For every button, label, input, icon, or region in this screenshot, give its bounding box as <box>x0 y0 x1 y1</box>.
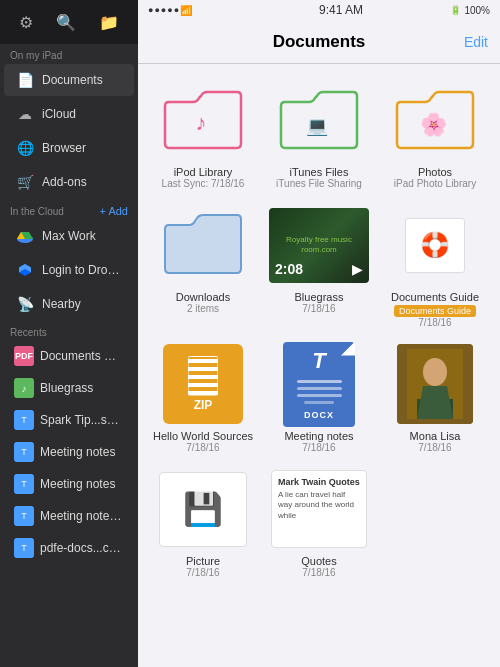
sidebar-label-meeting3: Meeting notes - iPhone <box>40 509 124 523</box>
battery-percent: 100% <box>464 5 490 16</box>
grid-item-photos[interactable]: 🌸 Photos iPad Photo Library <box>382 80 488 189</box>
sidebar-label-sparktip: Spark Tip...services-HD <box>40 413 124 427</box>
bluegrass-label: Bluegrass <box>295 291 344 303</box>
helloworld-sublabel: 7/18/16 <box>186 442 219 453</box>
itunes-thumb: 💻 <box>269 80 369 160</box>
grid-item-downloads[interactable]: Downloads 2 items <box>150 205 256 328</box>
ipod-sublabel: Last Sync: 7/18/16 <box>162 178 245 189</box>
sidebar-label-addons: Add-ons <box>42 175 87 189</box>
downloads-label: Downloads <box>176 291 230 303</box>
section-label-ipad: On my iPad <box>0 44 138 63</box>
sidebar-label-bluegrass: Bluegrass <box>40 381 93 395</box>
svg-text:🌸: 🌸 <box>420 111 448 138</box>
section-cloud-row: In the Cloud + Add <box>0 199 138 219</box>
sidebar-label-browser: Browser <box>42 141 86 155</box>
sidebar-top-bar: ⚙ 🔍 📁 <box>0 0 138 44</box>
itunes-label: iTunes Files <box>290 166 349 178</box>
quotes-title-text: Mark Twain Quotes <box>278 477 360 487</box>
meetingnotes-label: Meeting notes <box>284 430 353 442</box>
music-icon: ♪ <box>14 378 34 398</box>
time-display: 9:41 AM <box>319 3 363 17</box>
photos-sublabel: iPad Photo Library <box>394 178 476 189</box>
harddisk-icon: 💾 <box>183 490 223 528</box>
sidebar-item-meeting1[interactable]: T Meeting notes <box>4 437 134 467</box>
sidebar-item-nearby[interactable]: 📡 Nearby <box>4 288 134 320</box>
sidebar-item-meeting3[interactable]: T Meeting notes - iPhone <box>4 501 134 531</box>
add-cloud-button[interactable]: + Add <box>100 205 128 217</box>
nav-title: Documents <box>273 32 366 52</box>
sidebar-label-documents: Documents <box>42 73 103 87</box>
sidebar-item-dropbox[interactable]: Login to Dropbox <box>4 254 134 286</box>
grid-item-bluegrass[interactable]: Royalty free music room.com 2:08 ▶ Blueg… <box>266 205 372 328</box>
doc-icon-m1: T <box>14 442 34 462</box>
photos-thumb: 🌸 <box>385 80 485 160</box>
sidebar-label-maxwork: Max Work <box>42 229 96 243</box>
itunes-sublabel: iTunes File Sharing <box>276 178 362 189</box>
search-icon[interactable]: 🔍 <box>56 13 76 32</box>
sidebar-item-meeting2[interactable]: T Meeting notes <box>4 469 134 499</box>
sidebar-item-addons[interactable]: 🛒 Add-ons <box>4 166 134 198</box>
sidebar-item-browser[interactable]: 🌐 Browser <box>4 132 134 164</box>
edit-button[interactable]: Edit <box>464 34 488 50</box>
monalisa-sublabel: 7/18/16 <box>418 442 451 453</box>
signal-dots: ●●●●● <box>148 5 180 15</box>
sidebar-item-sparktip[interactable]: T Spark Tip...services-HD <box>4 405 134 435</box>
gear-icon[interactable]: ⚙ <box>19 13 33 32</box>
sidebar-label-dropbox: Login to Dropbox <box>42 263 124 277</box>
sidebar-item-documents[interactable]: 📄 Documents <box>4 64 134 96</box>
nav-bar: Documents Edit <box>138 20 500 64</box>
sidebar: ⚙ 🔍 📁 On my iPad 📄 Documents ☁ iCloud 🌐 … <box>0 0 138 667</box>
monalisa-label: Mona Lisa <box>410 430 461 442</box>
grid-item-docguide[interactable]: 🛟 Documents Guide Documents Guide 7/18/1… <box>382 205 488 328</box>
sidebar-item-docguide[interactable]: PDF Documents Guide <box>4 341 134 371</box>
grid-item-helloworld[interactable]: ZIP Hello World Sources 7/18/16 <box>150 344 256 453</box>
doc-icon-m2: T <box>14 474 34 494</box>
downloads-sublabel: 2 items <box>187 303 219 314</box>
folder-icon[interactable]: 📁 <box>99 13 119 32</box>
sidebar-item-pdfe[interactable]: T pdfe-docs...ck - iPhone <box>4 533 134 563</box>
grid-item-quotes[interactable]: Mark Twain Quotes A lie can travel half … <box>266 469 372 578</box>
sidebar-label-pdfe: pdfe-docs...ck - iPhone <box>40 541 124 555</box>
items-grid: ♪ iPod Library Last Sync: 7/18/16 💻 iTun… <box>150 80 488 578</box>
dropbox-icon <box>14 259 36 281</box>
quotes-thumb: Mark Twain Quotes A lie can travel half … <box>269 469 369 549</box>
meetingnotes-thumb: T DOCX <box>269 344 369 424</box>
drive-icon <box>14 225 36 247</box>
quotes-sublabel: 7/18/16 <box>302 567 335 578</box>
svg-text:💻: 💻 <box>306 115 329 137</box>
grid-item-ipod[interactable]: ♪ iPod Library Last Sync: 7/18/16 <box>150 80 256 189</box>
grid-container: ♪ iPod Library Last Sync: 7/18/16 💻 iTun… <box>138 64 500 667</box>
sidebar-label-meeting2: Meeting notes <box>40 477 115 491</box>
icloud-icon: ☁ <box>14 103 36 125</box>
lifesaver-icon: 🛟 <box>420 231 450 259</box>
status-bar: ●●●●● 📶 9:41 AM 🔋 100% <box>138 0 500 20</box>
doc-icon-spark: T <box>14 410 34 430</box>
picture-thumb: 💾 <box>153 469 253 549</box>
documents-icon: 📄 <box>14 69 36 91</box>
grid-item-meetingnotes[interactable]: T DOCX Meeting notes 7/18/16 <box>266 344 372 453</box>
grid-item-picture[interactable]: 💾 Picture 7/18/16 <box>150 469 256 578</box>
meetingnotes-sublabel: 7/18/16 <box>302 442 335 453</box>
sidebar-item-icloud[interactable]: ☁ iCloud <box>4 98 134 130</box>
grid-item-itunes[interactable]: 💻 iTunes Files iTunes File Sharing <box>266 80 372 189</box>
sidebar-item-bluegrass[interactable]: ♪ Bluegrass <box>4 373 134 403</box>
picture-sublabel: 7/18/16 <box>186 567 219 578</box>
docguide-label: Documents Guide <box>391 291 479 303</box>
quotes-label: Quotes <box>301 555 336 567</box>
section-label-recents: Recents <box>0 321 138 340</box>
sidebar-item-maxwork[interactable]: Max Work <box>4 220 134 252</box>
sidebar-label-docguide: Documents Guide <box>40 349 124 363</box>
ipod-label: iPod Library <box>174 166 233 178</box>
sidebar-label-meeting1: Meeting notes <box>40 445 115 459</box>
picture-label: Picture <box>186 555 220 567</box>
sidebar-label-nearby: Nearby <box>42 297 81 311</box>
helloworld-thumb: ZIP <box>153 344 253 424</box>
docguide-thumb: 🛟 <box>385 205 485 285</box>
quotes-body-text: A lie can travel half way around the wor… <box>278 490 360 521</box>
bluegrass-sublabel: 7/18/16 <box>302 303 335 314</box>
doc-icon-pdfe: T <box>14 538 34 558</box>
ipod-thumb: ♪ <box>153 80 253 160</box>
main-content: ●●●●● 📶 9:41 AM 🔋 100% Documents Edit ♪ … <box>138 0 500 667</box>
grid-item-monalisa[interactable]: Mona Lisa 7/18/16 <box>382 344 488 453</box>
bluegrass-thumb: Royalty free music room.com 2:08 ▶ <box>269 205 369 285</box>
